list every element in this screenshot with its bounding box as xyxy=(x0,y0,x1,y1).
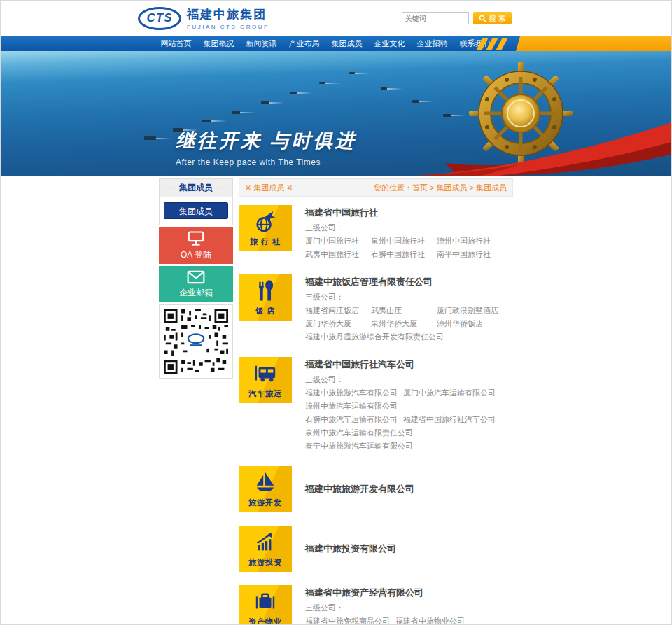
company-list: 福建省中旅免税商品公司福建省中旅物业公司厦门华侨旅游侨汇服务公司厦门代表处、资产… xyxy=(305,615,513,625)
hero-banner: 继往开来 与时俱进 After the Keep pace with The T… xyxy=(1,51,671,176)
company-name[interactable]: 南平中国旅行社 xyxy=(437,248,497,261)
slogan-cn: 继往开来 与时俱进 xyxy=(176,128,357,153)
company-name[interactable]: 漳州中国旅行社 xyxy=(437,234,497,248)
oa-login-label: OA 登陆 xyxy=(181,249,211,261)
company-name[interactable]: 漳州中旅汽车运输有限公司 xyxy=(305,400,398,413)
company-name[interactable]: 福建省中旅免税商品公司 xyxy=(305,615,390,625)
nav-item[interactable]: 网站首页 xyxy=(155,38,197,49)
enterprise-mail-button[interactable]: 企业邮箱 xyxy=(159,266,233,302)
member-tile-label: 饭 店 xyxy=(255,306,275,316)
member-title[interactable]: 福建中旅饭店管理有限责任公司 xyxy=(305,276,504,288)
sidebar-item-members[interactable]: 集团成员 xyxy=(164,202,228,219)
member-tile-label: 旅游投资 xyxy=(248,557,282,568)
member-tile-label: 旅游开发 xyxy=(248,498,282,508)
company-line: 泰宁中旅旅游汽车运输有限公司 xyxy=(305,440,513,453)
company-name[interactable]: 福建中旅旅游汽车有限公司 xyxy=(305,386,398,400)
ship-silhouette xyxy=(381,87,387,90)
qr-code xyxy=(164,309,228,374)
enterprise-mail-label: 企业邮箱 xyxy=(179,287,213,299)
member-tile-development[interactable]: 旅游开发 xyxy=(239,466,292,512)
company-line: 福建中旅丹霞旅游综合开发有限责任公司 xyxy=(305,330,504,344)
search-icon xyxy=(479,15,486,22)
ship-silhouette xyxy=(232,111,240,114)
member-title[interactable]: 福建省中国旅行社汽车公司 xyxy=(305,358,513,371)
company-name[interactable]: 福建中旅丹霞旅游综合开发有限责任公司 xyxy=(305,330,444,344)
company-name[interactable]: 泉州华侨大厦 xyxy=(371,317,431,330)
hotel-restaurant-icon xyxy=(253,279,277,303)
member-title[interactable]: 福建省中国旅行社 xyxy=(305,206,503,219)
member-block-development: 旅游开发 福建中旅旅游开发有限公司 xyxy=(239,466,513,512)
member-subtitle: 三级公司： xyxy=(305,292,504,302)
qr-card xyxy=(159,304,233,379)
section-title: ※ 集团成员 ※ xyxy=(245,183,293,193)
nav-item[interactable]: 产业布局 xyxy=(283,38,326,49)
company-name[interactable]: 福建省中旅物业公司 xyxy=(396,615,465,625)
content-area: ※ 集团成员 ※ 您的位置：首页 > 集团成员 > 集团成员 旅 行 社 xyxy=(239,178,513,625)
company-name[interactable]: 福建省中国旅行社汽车公司 xyxy=(403,413,496,426)
company-name[interactable]: 漳州华侨饭店 xyxy=(437,317,497,330)
ship-silhouette xyxy=(261,101,269,104)
company-name[interactable]: 石狮中旅汽车运输有限公司 xyxy=(305,413,398,426)
company-name[interactable]: 厦门鼓浪别墅酒店 xyxy=(437,304,498,317)
member-body: 福建省中旅资产经营有限公司 三级公司： 福建省中旅免税商品公司福建省中旅物业公司… xyxy=(305,585,513,625)
nav-item[interactable]: 企业招聘 xyxy=(411,38,454,49)
member-block-travel: 旅 行 社 福建省中国旅行社 三级公司： 厦门中国旅行社泉州中国旅行社漳州中国旅… xyxy=(239,205,513,261)
company-list: 福建中旅旅游汽车有限公司厦门中旅汽车运输有限公司漳州中旅汽车运输有限公司石狮中旅… xyxy=(305,386,513,453)
main-nav: 网站首页集团概况新闻资讯产业布局集团成员企业文化企业招聘联系我们 xyxy=(1,36,671,51)
decorative-flourish: ～～ xyxy=(216,183,227,192)
company-name[interactable]: 厦门中旅汽车运输有限公司 xyxy=(403,386,496,400)
logo-text: 福建中旅集团 FUJIAN CTS GROUP xyxy=(187,6,270,30)
logo[interactable]: CTS 福建中旅集团 FUJIAN CTS GROUP xyxy=(138,6,270,30)
company-name[interactable]: 福建省闽江饭店 xyxy=(305,304,365,317)
slogan-en: After the Keep pace with The Times xyxy=(176,157,357,167)
member-tile-bus[interactable]: 汽车旅运 xyxy=(239,357,292,403)
search-input[interactable] xyxy=(402,12,469,24)
logo-name-cn: 福建中旅集团 xyxy=(187,6,270,22)
company-line: 厦门中国旅行社泉州中国旅行社漳州中国旅行社 xyxy=(305,234,503,248)
content-header: ※ 集团成员 ※ 您的位置：首页 > 集团成员 > 集团成员 xyxy=(239,178,513,197)
member-tile-label: 汽车旅运 xyxy=(248,388,282,399)
nav-item[interactable]: 新闻资讯 xyxy=(240,38,283,49)
nav-orange-stripe xyxy=(516,36,671,51)
company-name[interactable]: 厦门华侨大厦 xyxy=(305,317,365,330)
sidebar-title: 集团成员 xyxy=(179,182,213,194)
breadcrumb[interactable]: 您的位置：首页 > 集团成员 > 集团成员 xyxy=(374,183,507,193)
search-button[interactable]: 搜 索 xyxy=(473,12,512,24)
member-tile-investment[interactable]: 旅游投资 xyxy=(239,526,292,572)
member-body: 福建省中国旅行社 三级公司： 厦门中国旅行社泉州中国旅行社漳州中国旅行社武夷中国… xyxy=(305,205,503,261)
member-title[interactable]: 福建省中旅资产经营有限公司 xyxy=(305,587,513,599)
banner-slogan: 继往开来 与时俱进 After the Keep pace with The T… xyxy=(176,128,357,167)
company-name[interactable]: 厦门中国旅行社 xyxy=(305,234,365,248)
member-tile-label: 资产物业 xyxy=(248,617,282,625)
search-button-label: 搜 索 xyxy=(489,13,506,24)
member-tile-hotel[interactable]: 饭 店 xyxy=(239,274,292,321)
company-name[interactable]: 武夷山庄 xyxy=(371,304,431,317)
page: CTS 福建中旅集团 FUJIAN CTS GROUP 搜 索 网站首页集团概况… xyxy=(0,0,672,625)
ship-silhouette xyxy=(319,82,326,84)
company-name[interactable]: 泰宁中旅旅游汽车运输有限公司 xyxy=(305,440,413,453)
member-block-assets: 资产物业 福建省中旅资产经营有限公司 三级公司： 福建省中旅免税商品公司福建省中… xyxy=(239,585,513,625)
oa-login-button[interactable]: OA 登陆 xyxy=(159,227,233,264)
member-tile-travel[interactable]: 旅 行 社 xyxy=(239,205,292,251)
company-list: 福建省闽江饭店武夷山庄厦门鼓浪别墅酒店厦门华侨大厦泉州华侨大厦漳州华侨饭店福建中… xyxy=(305,304,504,344)
member-body: 福建中旅投资有限公司 xyxy=(305,541,396,556)
logo-name-en: FUJIAN CTS GROUP xyxy=(187,24,270,30)
member-block-hotel: 饭 店 福建中旅饭店管理有限责任公司 三级公司： 福建省闽江饭店武夷山庄厦门鼓浪… xyxy=(239,274,513,344)
nav-item[interactable]: 集团成员 xyxy=(326,38,368,49)
member-title[interactable]: 福建中旅旅游开发有限公司 xyxy=(305,483,414,496)
member-body: 福建中旅旅游开发有限公司 xyxy=(305,482,414,497)
member-title[interactable]: 福建中旅投资有限公司 xyxy=(305,542,396,555)
member-block-bus: 汽车旅运 福建省中国旅行社汽车公司 三级公司： 福建中旅旅游汽车有限公司厦门中旅… xyxy=(239,357,513,453)
sidebar: ～～ 集团成员 ～～ 集团成员 OA 登陆 企业邮箱 xyxy=(159,178,233,625)
monitor-icon xyxy=(187,231,205,246)
company-name[interactable]: 石狮中国旅行社 xyxy=(371,248,431,261)
nav-item[interactable]: 企业文化 xyxy=(368,38,411,49)
ship-silhouette xyxy=(349,72,355,74)
nav-item[interactable]: 集团概况 xyxy=(197,38,240,49)
company-name[interactable]: 武夷中国旅行社 xyxy=(305,248,365,261)
company-name[interactable]: 泉州中国旅行社 xyxy=(371,234,431,248)
company-name[interactable]: 泉州中旅汽车运输有限责任公司 xyxy=(305,426,413,440)
briefcase-icon xyxy=(253,590,277,614)
envelope-icon xyxy=(187,270,205,284)
member-tile-assets[interactable]: 资产物业 xyxy=(239,585,292,625)
